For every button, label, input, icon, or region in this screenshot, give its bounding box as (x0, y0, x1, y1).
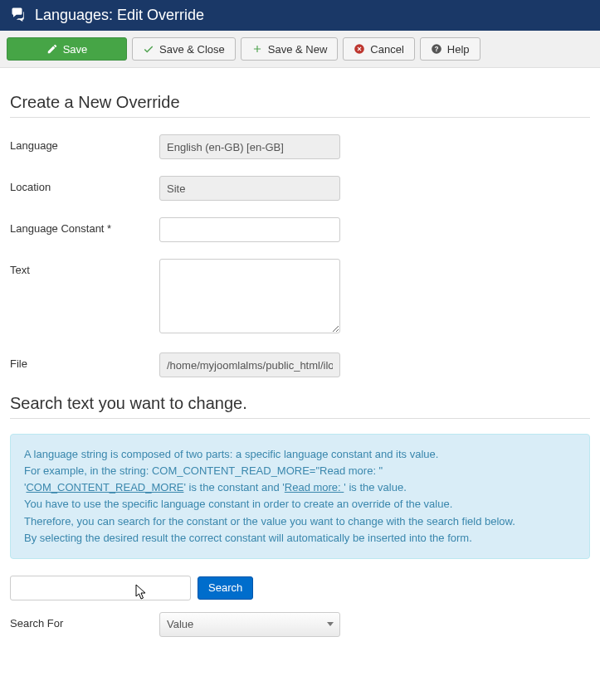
cancel-label: Cancel (370, 43, 403, 56)
plus-icon (251, 43, 263, 55)
info-link-value[interactable]: Read more: (285, 481, 344, 493)
search-button[interactable]: Search (198, 576, 253, 600)
label-search-for: Search For (10, 612, 159, 630)
info-box: A language string is composed of two par… (10, 434, 590, 559)
info-link-constant[interactable]: COM_CONTENT_READ_MORE (26, 481, 183, 493)
info-line2: For example, in the string: COM_CONTENT_… (24, 463, 576, 479)
label-location: Location (10, 176, 159, 193)
row-location: Location (10, 176, 590, 201)
apply-icon (46, 43, 58, 55)
row-file: File (10, 352, 590, 377)
help-button[interactable]: ? Help (420, 37, 480, 61)
row-text: Text (10, 259, 590, 336)
info-line1: A language string is composed of two par… (24, 446, 576, 463)
save-new-label: Save & New (268, 43, 328, 56)
save-button[interactable]: Save (7, 37, 127, 61)
cancel-icon (354, 43, 365, 55)
text-input[interactable] (159, 259, 340, 333)
row-constant: Language Constant * (10, 217, 590, 242)
comments-icon (10, 7, 27, 24)
info-line5: Therefore, you can search for the consta… (24, 513, 576, 530)
search-button-label: Search (208, 581, 242, 594)
cancel-button[interactable]: Cancel (343, 37, 414, 61)
help-label: Help (447, 43, 470, 56)
svg-text:?: ? (434, 46, 438, 53)
save-close-label: Save & Close (159, 43, 225, 56)
language-field (159, 134, 340, 159)
page-header: Languages: Edit Override (0, 0, 600, 31)
main-content: Create a New Override Language Location … (0, 68, 600, 664)
search-row: Search (10, 576, 590, 600)
help-icon: ? (431, 43, 442, 55)
label-file: File (10, 352, 159, 370)
location-field (159, 176, 340, 201)
info-line3: 'COM_CONTENT_READ_MORE' is the constant … (24, 479, 576, 496)
save-close-button[interactable]: Save & Close (132, 37, 236, 61)
label-language: Language (10, 134, 159, 152)
check-icon (143, 43, 154, 55)
section-search-title: Search text you want to change. (10, 394, 590, 419)
file-field (159, 352, 340, 377)
save-label: Save (63, 43, 88, 56)
row-language: Language (10, 134, 590, 159)
page-title: Languages: Edit Override (35, 7, 204, 24)
save-new-button[interactable]: Save & New (241, 37, 339, 61)
label-constant: Language Constant * (10, 217, 159, 235)
search-for-select[interactable]: Value (159, 612, 340, 637)
info-line6: By selecting the desired result the corr… (24, 530, 576, 547)
toolbar: Save Save & Close Save & New Cancel ? He… (0, 31, 600, 68)
section-create-title: Create a New Override (10, 93, 590, 118)
row-search-for: Search For Value (10, 612, 590, 637)
label-text: Text (10, 259, 159, 276)
info-line4: You have to use the specific language co… (24, 496, 576, 513)
search-input[interactable] (10, 576, 191, 600)
constant-input[interactable] (159, 217, 340, 242)
